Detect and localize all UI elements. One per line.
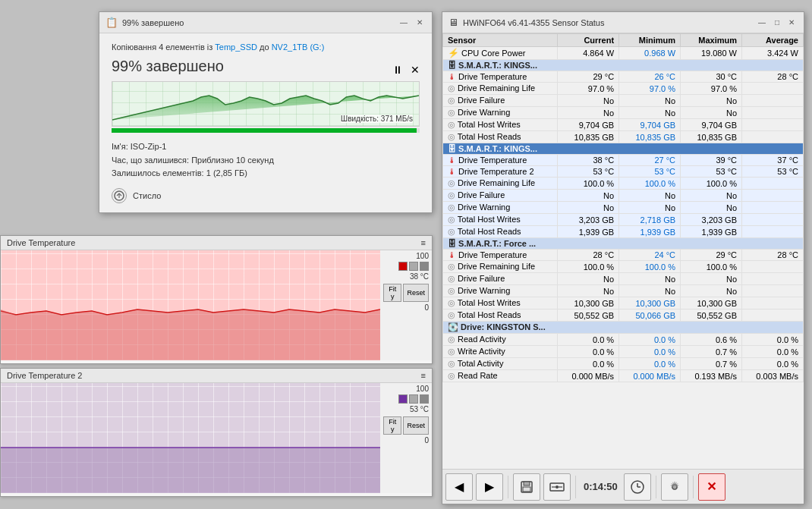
circle-icon: ◎	[448, 178, 455, 187]
sensor-minimum: 97.0 %	[619, 83, 681, 95]
settings-button[interactable]	[661, 473, 688, 501]
sensor-minimum: 26 °C	[619, 71, 681, 83]
sensor-maximum: 0.7 %	[681, 346, 742, 358]
temp1-chart	[1, 250, 380, 360]
temp1-scroll-icon[interactable]: ≡	[421, 238, 426, 247]
drive-icon: 🗄	[448, 144, 456, 153]
clock-button[interactable]	[624, 473, 651, 501]
group-header-row-active[interactable]: 🗄 S.M.A.R.T.: KINGS...	[443, 143, 804, 155]
copy-minimize-button[interactable]: —	[397, 17, 411, 27]
back-button[interactable]: ◀	[445, 473, 473, 501]
sensor-current: 53 °C	[558, 166, 619, 178]
back-icon: ◀	[455, 479, 464, 494]
copy-progress-fill	[112, 128, 417, 133]
copy-dest-link[interactable]: NV2_1TB (G:)	[272, 42, 325, 52]
sensor-maximum: 3,203 GB	[681, 214, 742, 226]
circle-icon: ◎	[448, 335, 455, 344]
sensor-name: ◎ Drive Failure	[443, 95, 558, 107]
table-row: 🌡 Drive Temperature 2 53 °C 53 °C 53 °C …	[443, 166, 804, 178]
copy-pause-button[interactable]: ⏸	[392, 64, 403, 76]
toolbar-sep-3	[656, 476, 656, 498]
group-header-row[interactable]: 🗄 S.M.A.R.T.: KINGS...	[443, 60, 804, 71]
temp2-scroll-icon[interactable]: ≡	[421, 371, 426, 380]
sensor-maximum: 0.193 MB/s	[681, 370, 742, 382]
col-current[interactable]: Current	[558, 34, 619, 47]
temp1-color-gray1	[409, 262, 418, 271]
sensor-name: ◎ Drive Remaining Life	[443, 261, 558, 273]
temp2-title-text: Drive Temperature 2	[7, 371, 82, 380]
circle-icon: ◎	[448, 262, 455, 271]
col-average[interactable]: Average	[742, 34, 804, 47]
sensor-maximum: 39 °C	[681, 155, 742, 166]
gear-icon	[667, 479, 682, 495]
sensor-maximum: No	[681, 95, 742, 107]
sensor-maximum: 29 °C	[681, 250, 742, 261]
network-button[interactable]	[543, 473, 571, 501]
hwinfo-minimize-button[interactable]: —	[755, 17, 769, 27]
sensor-table: Sensor Current Minimum Maximum Average ⚡…	[442, 33, 804, 382]
sensor-current: 9,704 GB	[558, 119, 619, 131]
sensor-average	[742, 119, 804, 131]
sensor-average: 28 °C	[742, 250, 804, 261]
hwinfo-close-button[interactable]: ✕	[785, 17, 798, 27]
sensor-current: 100.0 %	[558, 178, 619, 190]
sensor-maximum: 10,835 GB	[681, 131, 742, 143]
drive-icon: 💽	[448, 322, 458, 331]
temp1-fit-button[interactable]: Fit y	[383, 284, 401, 302]
sensor-minimum: No	[619, 190, 681, 202]
save-icon	[519, 479, 534, 495]
circle-icon: ◎	[448, 371, 455, 380]
hwinfo-maximize-button[interactable]: □	[772, 17, 782, 27]
temp2-btns: Fit y Reset	[383, 416, 429, 435]
temp1-reset-button[interactable]: Reset	[403, 284, 429, 302]
copy-title-text: 99% завершено	[122, 18, 184, 27]
temp1-cur-label: 38 °C	[383, 272, 429, 281]
table-row: ◎ Drive Remaining Life 97.0 % 97.0 % 97.…	[443, 83, 804, 95]
sensor-current: 29 °C	[558, 71, 619, 83]
circle-icon: ◎	[448, 274, 455, 283]
sensor-table-wrap: Sensor Current Minimum Maximum Average ⚡…	[442, 33, 804, 469]
col-minimum[interactable]: Minimum	[619, 34, 681, 47]
sensor-name: ◎ Total Host Reads	[443, 309, 558, 322]
temp2-reset-button[interactable]: Reset	[403, 416, 429, 435]
close-session-button[interactable]: ✕	[698, 473, 725, 501]
forward-button[interactable]: ▶	[476, 473, 503, 501]
table-row: ◎ Total Host Writes 3,203 GB 2,718 GB 3,…	[443, 214, 804, 226]
copy-file-info: Ім'я: ISO-Zip-1 Час, що залишився: Прибл…	[112, 140, 420, 181]
temp1-color-red	[398, 262, 408, 271]
sensor-name: ◎ Drive Failure	[443, 190, 558, 202]
sensor-maximum: No	[681, 285, 742, 297]
sensor-average	[742, 226, 804, 238]
sensor-name: ◎ Read Activity	[443, 334, 558, 346]
circle-icon: ◎	[448, 108, 455, 117]
col-sensor[interactable]: Sensor	[443, 34, 558, 47]
table-row: ◎ Drive Remaining Life 100.0 % 100.0 % 1…	[443, 261, 804, 273]
sensor-current: 28 °C	[558, 250, 619, 261]
temp2-fit-button[interactable]: Fit y	[383, 416, 401, 435]
circle-icon: ◎	[448, 227, 455, 236]
circle-icon: ◎	[448, 347, 455, 356]
group-header-row[interactable]: 💽 Drive: KINGSTON S...	[443, 322, 804, 334]
table-row: ◎ Total Activity 0.0 % 0.0 % 0.7 % 0.0 %	[443, 358, 804, 370]
table-row: ◎ Total Host Writes 10,300 GB 10,300 GB …	[443, 297, 804, 309]
col-maximum[interactable]: Maximum	[681, 34, 742, 47]
sensor-average: 0.0 %	[742, 346, 804, 358]
copy-source-link[interactable]: Temp_SSD	[215, 42, 257, 52]
circle-icon: ◎	[448, 190, 455, 200]
circle-icon: ◎	[448, 83, 455, 93]
sensor-minimum: 100.0 %	[619, 261, 681, 273]
toolbar-sep-1	[508, 476, 508, 498]
sensor-maximum: No	[681, 273, 742, 285]
group-header-row[interactable]: 🗄 S.M.A.R.T.: Force ...	[443, 238, 804, 250]
temp2-cur-label: 53 °C	[383, 405, 429, 413]
sensor-average	[742, 107, 804, 119]
save-report-button[interactable]	[513, 473, 540, 501]
hwinfo-toolbar: ◀ ▶ 0:14:50	[442, 469, 804, 504]
copy-close-x-button[interactable]: ✕	[411, 64, 420, 76]
group-name: 💽 Drive: KINGSTON S...	[443, 322, 804, 334]
temp2-color-row	[398, 394, 429, 404]
copy-close-button[interactable]: ✕	[414, 17, 426, 27]
table-row: 🌡 Drive Temperature 29 °C 26 °C 30 °C 28…	[443, 71, 804, 83]
sensor-name: ◎ Write Activity	[443, 346, 558, 358]
sensor-average: 0.0 %	[742, 334, 804, 346]
